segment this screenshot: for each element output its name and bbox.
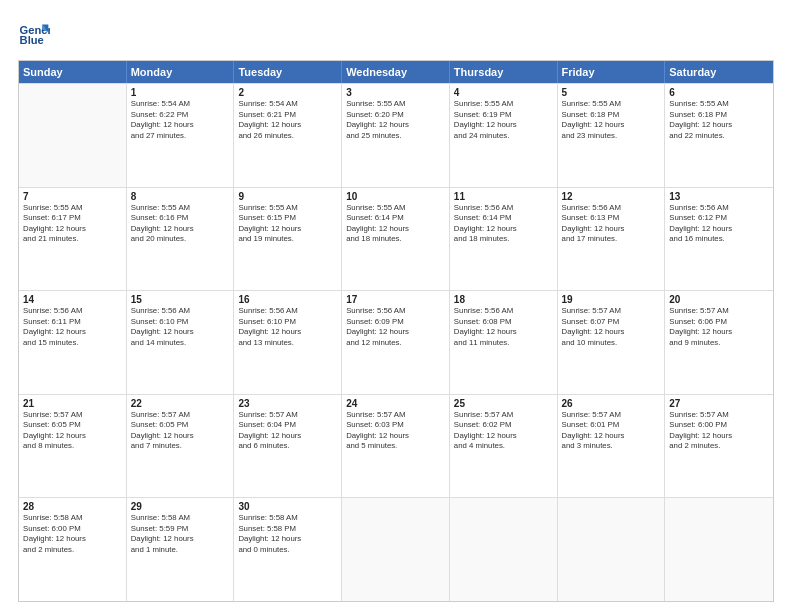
cell-info: Sunrise: 5:56 AM Sunset: 6:14 PM Dayligh…: [454, 203, 553, 245]
logo-icon: General Blue: [18, 18, 50, 50]
cell-info: Sunrise: 5:58 AM Sunset: 5:59 PM Dayligh…: [131, 513, 230, 555]
day-number: 2: [238, 87, 337, 98]
cal-cell: 28Sunrise: 5:58 AM Sunset: 6:00 PM Dayli…: [19, 498, 127, 601]
week-row-3: 14Sunrise: 5:56 AM Sunset: 6:11 PM Dayli…: [19, 290, 773, 394]
day-number: 30: [238, 501, 337, 512]
cell-info: Sunrise: 5:56 AM Sunset: 6:09 PM Dayligh…: [346, 306, 445, 348]
cal-cell: 21Sunrise: 5:57 AM Sunset: 6:05 PM Dayli…: [19, 395, 127, 498]
logo: General Blue: [18, 18, 50, 50]
day-number: 13: [669, 191, 769, 202]
day-number: 16: [238, 294, 337, 305]
cal-cell: 12Sunrise: 5:56 AM Sunset: 6:13 PM Dayli…: [558, 188, 666, 291]
cal-cell: 27Sunrise: 5:57 AM Sunset: 6:00 PM Dayli…: [665, 395, 773, 498]
cell-info: Sunrise: 5:57 AM Sunset: 6:06 PM Dayligh…: [669, 306, 769, 348]
cal-cell: 29Sunrise: 5:58 AM Sunset: 5:59 PM Dayli…: [127, 498, 235, 601]
cell-info: Sunrise: 5:55 AM Sunset: 6:19 PM Dayligh…: [454, 99, 553, 141]
day-of-week-sunday: Sunday: [19, 61, 127, 83]
cal-cell: [19, 84, 127, 187]
cell-info: Sunrise: 5:55 AM Sunset: 6:14 PM Dayligh…: [346, 203, 445, 245]
day-number: 8: [131, 191, 230, 202]
cal-cell: 25Sunrise: 5:57 AM Sunset: 6:02 PM Dayli…: [450, 395, 558, 498]
cal-cell: 26Sunrise: 5:57 AM Sunset: 6:01 PM Dayli…: [558, 395, 666, 498]
cell-info: Sunrise: 5:55 AM Sunset: 6:18 PM Dayligh…: [562, 99, 661, 141]
day-number: 23: [238, 398, 337, 409]
day-number: 7: [23, 191, 122, 202]
cell-info: Sunrise: 5:57 AM Sunset: 6:07 PM Dayligh…: [562, 306, 661, 348]
week-row-2: 7Sunrise: 5:55 AM Sunset: 6:17 PM Daylig…: [19, 187, 773, 291]
cell-info: Sunrise: 5:57 AM Sunset: 6:05 PM Dayligh…: [23, 410, 122, 452]
cell-info: Sunrise: 5:55 AM Sunset: 6:20 PM Dayligh…: [346, 99, 445, 141]
cell-info: Sunrise: 5:54 AM Sunset: 6:22 PM Dayligh…: [131, 99, 230, 141]
day-number: 11: [454, 191, 553, 202]
day-number: 19: [562, 294, 661, 305]
cell-info: Sunrise: 5:58 AM Sunset: 6:00 PM Dayligh…: [23, 513, 122, 555]
day-number: 22: [131, 398, 230, 409]
day-of-week-saturday: Saturday: [665, 61, 773, 83]
cell-info: Sunrise: 5:56 AM Sunset: 6:08 PM Dayligh…: [454, 306, 553, 348]
day-number: 5: [562, 87, 661, 98]
day-number: 25: [454, 398, 553, 409]
day-of-week-thursday: Thursday: [450, 61, 558, 83]
cal-cell: 4Sunrise: 5:55 AM Sunset: 6:19 PM Daylig…: [450, 84, 558, 187]
calendar-header: SundayMondayTuesdayWednesdayThursdayFrid…: [19, 61, 773, 83]
day-number: 28: [23, 501, 122, 512]
cal-cell: 20Sunrise: 5:57 AM Sunset: 6:06 PM Dayli…: [665, 291, 773, 394]
cell-info: Sunrise: 5:57 AM Sunset: 6:02 PM Dayligh…: [454, 410, 553, 452]
day-of-week-tuesday: Tuesday: [234, 61, 342, 83]
day-of-week-friday: Friday: [558, 61, 666, 83]
cell-info: Sunrise: 5:56 AM Sunset: 6:10 PM Dayligh…: [238, 306, 337, 348]
cell-info: Sunrise: 5:55 AM Sunset: 6:16 PM Dayligh…: [131, 203, 230, 245]
cell-info: Sunrise: 5:56 AM Sunset: 6:12 PM Dayligh…: [669, 203, 769, 245]
day-number: 17: [346, 294, 445, 305]
cal-cell: [665, 498, 773, 601]
day-number: 1: [131, 87, 230, 98]
day-number: 4: [454, 87, 553, 98]
cell-info: Sunrise: 5:58 AM Sunset: 5:58 PM Dayligh…: [238, 513, 337, 555]
cal-cell: [450, 498, 558, 601]
day-number: 18: [454, 294, 553, 305]
cal-cell: 13Sunrise: 5:56 AM Sunset: 6:12 PM Dayli…: [665, 188, 773, 291]
cal-cell: 15Sunrise: 5:56 AM Sunset: 6:10 PM Dayli…: [127, 291, 235, 394]
day-number: 10: [346, 191, 445, 202]
cal-cell: 17Sunrise: 5:56 AM Sunset: 6:09 PM Dayli…: [342, 291, 450, 394]
cal-cell: 24Sunrise: 5:57 AM Sunset: 6:03 PM Dayli…: [342, 395, 450, 498]
week-row-1: 1Sunrise: 5:54 AM Sunset: 6:22 PM Daylig…: [19, 83, 773, 187]
day-number: 29: [131, 501, 230, 512]
day-number: 6: [669, 87, 769, 98]
day-number: 27: [669, 398, 769, 409]
cell-info: Sunrise: 5:55 AM Sunset: 6:15 PM Dayligh…: [238, 203, 337, 245]
cell-info: Sunrise: 5:57 AM Sunset: 6:03 PM Dayligh…: [346, 410, 445, 452]
cal-cell: 2Sunrise: 5:54 AM Sunset: 6:21 PM Daylig…: [234, 84, 342, 187]
cal-cell: 11Sunrise: 5:56 AM Sunset: 6:14 PM Dayli…: [450, 188, 558, 291]
cal-cell: 16Sunrise: 5:56 AM Sunset: 6:10 PM Dayli…: [234, 291, 342, 394]
cal-cell: 5Sunrise: 5:55 AM Sunset: 6:18 PM Daylig…: [558, 84, 666, 187]
cal-cell: 23Sunrise: 5:57 AM Sunset: 6:04 PM Dayli…: [234, 395, 342, 498]
cal-cell: 18Sunrise: 5:56 AM Sunset: 6:08 PM Dayli…: [450, 291, 558, 394]
cell-info: Sunrise: 5:56 AM Sunset: 6:11 PM Dayligh…: [23, 306, 122, 348]
cal-cell: 9Sunrise: 5:55 AM Sunset: 6:15 PM Daylig…: [234, 188, 342, 291]
cal-cell: 1Sunrise: 5:54 AM Sunset: 6:22 PM Daylig…: [127, 84, 235, 187]
cell-info: Sunrise: 5:55 AM Sunset: 6:18 PM Dayligh…: [669, 99, 769, 141]
calendar: SundayMondayTuesdayWednesdayThursdayFrid…: [18, 60, 774, 602]
svg-text:Blue: Blue: [20, 34, 44, 46]
cal-cell: 6Sunrise: 5:55 AM Sunset: 6:18 PM Daylig…: [665, 84, 773, 187]
week-row-4: 21Sunrise: 5:57 AM Sunset: 6:05 PM Dayli…: [19, 394, 773, 498]
cell-info: Sunrise: 5:57 AM Sunset: 6:00 PM Dayligh…: [669, 410, 769, 452]
cal-cell: 14Sunrise: 5:56 AM Sunset: 6:11 PM Dayli…: [19, 291, 127, 394]
cal-cell: 10Sunrise: 5:55 AM Sunset: 6:14 PM Dayli…: [342, 188, 450, 291]
day-of-week-wednesday: Wednesday: [342, 61, 450, 83]
day-number: 21: [23, 398, 122, 409]
cal-cell: 3Sunrise: 5:55 AM Sunset: 6:20 PM Daylig…: [342, 84, 450, 187]
day-number: 12: [562, 191, 661, 202]
calendar-body: 1Sunrise: 5:54 AM Sunset: 6:22 PM Daylig…: [19, 83, 773, 601]
cal-cell: 22Sunrise: 5:57 AM Sunset: 6:05 PM Dayli…: [127, 395, 235, 498]
page-header: General Blue: [18, 18, 774, 50]
cell-info: Sunrise: 5:54 AM Sunset: 6:21 PM Dayligh…: [238, 99, 337, 141]
cell-info: Sunrise: 5:57 AM Sunset: 6:01 PM Dayligh…: [562, 410, 661, 452]
day-number: 20: [669, 294, 769, 305]
week-row-5: 28Sunrise: 5:58 AM Sunset: 6:00 PM Dayli…: [19, 497, 773, 601]
cal-cell: 7Sunrise: 5:55 AM Sunset: 6:17 PM Daylig…: [19, 188, 127, 291]
day-number: 9: [238, 191, 337, 202]
day-number: 3: [346, 87, 445, 98]
cell-info: Sunrise: 5:56 AM Sunset: 6:10 PM Dayligh…: [131, 306, 230, 348]
